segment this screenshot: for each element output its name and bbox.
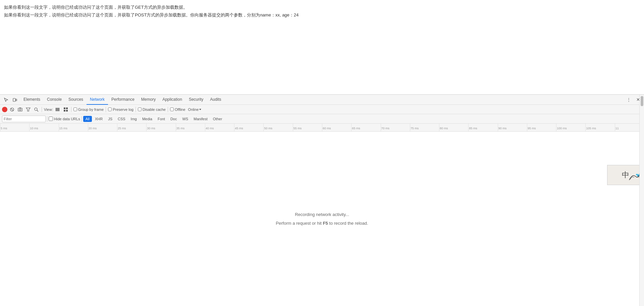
tab-console[interactable]: Console xyxy=(44,95,65,105)
thumbnail-content: 中 🐦 xyxy=(607,165,644,185)
timeline-tick-label: 95 ms xyxy=(528,124,536,131)
timeline-tick-label: 20 ms xyxy=(89,124,97,131)
svg-rect-10 xyxy=(66,107,68,109)
timeline-tick-line xyxy=(176,124,176,131)
timeline-tick-label: 70 ms xyxy=(381,124,390,131)
thumbnail: 中 🐦 xyxy=(607,165,644,185)
filter-separator-1 xyxy=(47,116,47,122)
timeline-tick-line xyxy=(468,124,469,131)
grid-view-icon xyxy=(64,107,68,112)
filter-type-js[interactable]: JS xyxy=(106,116,115,122)
clear-button[interactable] xyxy=(9,106,15,113)
online-dropdown[interactable]: Online xyxy=(187,107,203,112)
tab-elements[interactable]: Elements xyxy=(20,95,44,105)
filter-type-manifest[interactable]: Manifest xyxy=(191,116,210,122)
disable-cache-label[interactable]: Disable cache xyxy=(138,107,166,112)
tab-application[interactable]: Application xyxy=(159,95,185,105)
tab-performance[interactable]: Performance xyxy=(108,95,138,105)
preserve-log-checkbox[interactable] xyxy=(108,107,112,111)
toolbar-separator-1 xyxy=(42,107,42,112)
inspect-element-btn[interactable] xyxy=(2,96,10,104)
network-main: Recording network activity... Perform a … xyxy=(0,132,644,306)
disable-cache-checkbox[interactable] xyxy=(138,107,142,111)
search-btn[interactable] xyxy=(33,106,40,113)
capture-screenshots-btn[interactable] xyxy=(17,106,23,113)
group-by-frame-label[interactable]: Group by frame xyxy=(73,107,104,112)
timeline-tick-line xyxy=(381,124,381,131)
timeline-tick-label: 50 ms xyxy=(264,124,272,131)
filter-bar: Hide data URLs All XHR JS CSS Img Media … xyxy=(0,114,644,124)
tab-network[interactable]: Network xyxy=(87,95,108,105)
list-view-icon xyxy=(56,108,59,111)
timeline-tick-label: 55 ms xyxy=(293,124,302,131)
filter-type-doc[interactable]: Doc xyxy=(168,116,179,122)
view-label: View: xyxy=(44,107,53,112)
device-toolbar-btn[interactable] xyxy=(11,96,19,104)
svg-rect-1 xyxy=(16,99,17,101)
filter-type-ws[interactable]: WS xyxy=(180,116,191,122)
tab-memory[interactable]: Memory xyxy=(138,95,159,105)
timeline-tick-line xyxy=(205,124,205,131)
filter-type-other[interactable]: Other xyxy=(211,116,225,122)
timeline-tick-label: 60 ms xyxy=(323,124,331,131)
timeline-tick-line xyxy=(293,124,293,131)
recording-line2: Perform a request or hit F5 to record th… xyxy=(276,219,368,228)
timeline-tick-label: 40 ms xyxy=(206,124,214,131)
timeline-tick-line xyxy=(410,124,410,131)
timeline-tick-label: 100 ms xyxy=(557,124,567,131)
filter-type-xhr[interactable]: XHR xyxy=(93,116,105,122)
devtools-tabs: Elements Console Sources Network Perform… xyxy=(20,95,625,105)
svg-point-5 xyxy=(19,109,21,111)
timeline-tick-line xyxy=(585,124,586,131)
filter-type-font[interactable]: Font xyxy=(155,116,167,122)
filter-type-css[interactable]: CSS xyxy=(115,116,128,122)
filter-type-img[interactable]: Img xyxy=(128,116,139,122)
filter-btn[interactable] xyxy=(25,106,32,113)
offline-label[interactable]: Offline xyxy=(170,107,185,112)
hide-data-urls-label[interactable]: Hide data URLs xyxy=(49,117,80,121)
timeline-tick-label: 45 ms xyxy=(235,124,243,131)
timeline-tick-line xyxy=(322,124,322,131)
timeline-tick-label: 10 ms xyxy=(30,124,38,131)
toolbar-separator-4 xyxy=(136,107,136,112)
network-toolbar: View: Group by frame Preserve log xyxy=(0,105,644,114)
svg-rect-0 xyxy=(13,98,15,101)
tab-sources[interactable]: Sources xyxy=(65,95,87,105)
timeline-tick-label: 105 ms xyxy=(586,124,596,131)
record-button[interactable] xyxy=(2,107,7,112)
online-dropdown-chevron xyxy=(199,109,201,110)
view-list-btn[interactable] xyxy=(54,106,61,113)
timeline-tick-line xyxy=(59,124,59,131)
timeline-tick-line xyxy=(88,124,88,131)
group-by-frame-checkbox[interactable] xyxy=(73,107,77,111)
filter-type-media[interactable]: Media xyxy=(140,116,155,122)
timeline-tick-line xyxy=(0,124,0,131)
tab-audits[interactable]: Audits xyxy=(207,95,224,105)
toolbar-separator-2 xyxy=(71,107,71,112)
timeline-tick-label: 5 ms xyxy=(1,124,7,131)
filter-type-all[interactable]: All xyxy=(83,116,92,122)
timeline-tick-line xyxy=(615,124,615,131)
devtools-topbar-left xyxy=(2,96,19,104)
hide-data-urls-checkbox[interactable] xyxy=(49,117,53,121)
more-tools-btn[interactable]: ⋮ xyxy=(625,96,633,104)
timeline-tick-label: 25 ms xyxy=(118,124,126,131)
tab-security[interactable]: Security xyxy=(185,95,207,105)
toolbar-separator-5 xyxy=(168,107,168,112)
filter-input[interactable] xyxy=(2,116,46,122)
page-text-line1: 如果你看到这一段文字，说明你已经成功访问了这个页面，并获取了GET方式的异步加载… xyxy=(4,3,640,11)
timeline-header: 5 ms10 ms15 ms20 ms25 ms30 ms35 ms40 ms4… xyxy=(0,124,644,132)
timeline-ticks-container: 5 ms10 ms15 ms20 ms25 ms30 ms35 ms40 ms4… xyxy=(0,124,644,131)
preserve-log-label[interactable]: Preserve log xyxy=(108,107,133,112)
recording-text: Recording network activity... Perform a … xyxy=(276,210,368,228)
devtools-panel: Elements Console Sources Network Perform… xyxy=(0,94,644,306)
scrollbar-thumb[interactable] xyxy=(641,96,643,106)
scrollbar-right[interactable] xyxy=(639,95,644,306)
toolbar-separator-3 xyxy=(106,107,106,112)
timeline-tick-label: 80 ms xyxy=(440,124,448,131)
svg-rect-12 xyxy=(66,110,68,112)
view-grid-btn[interactable] xyxy=(62,106,69,113)
timeline-tick-line xyxy=(29,124,30,131)
offline-checkbox[interactable] xyxy=(170,107,174,111)
timeline-tick-line xyxy=(146,124,147,131)
